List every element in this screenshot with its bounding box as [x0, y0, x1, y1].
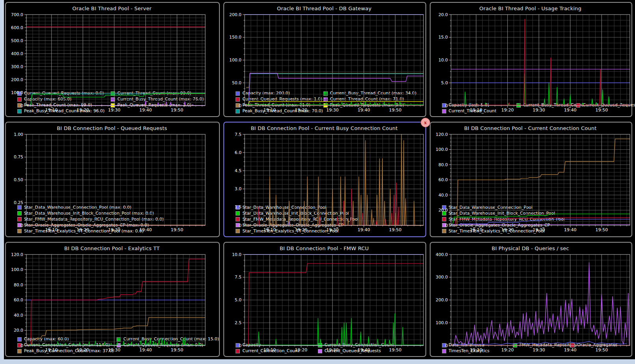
svg-text:19:50: 19:50: [389, 227, 402, 232]
svg-text:2.5: 2.5: [235, 320, 241, 325]
svg-text:0: 0: [20, 223, 23, 228]
chart-title: BI DB Connection Pool - Current Connecti…: [433, 124, 628, 132]
svg-text:19:20: 19:20: [501, 227, 514, 232]
svg-text:19:30: 19:30: [108, 108, 121, 113]
chart-panel-physical-db-queries[interactable]: BI Physical DB - Queries / sec 0100.0200…: [430, 242, 632, 357]
svg-text:200.0: 200.0: [11, 77, 23, 82]
svg-text:100.0: 100.0: [11, 267, 23, 272]
svg-text:19:20: 19:20: [295, 108, 308, 113]
svg-text:20.0: 20.0: [438, 13, 448, 17]
svg-text:0.75: 0.75: [14, 155, 23, 160]
svg-text:40.0: 40.0: [14, 312, 23, 318]
svg-text:5.0: 5.0: [235, 297, 241, 303]
svg-text:19:30: 19:30: [327, 347, 339, 352]
svg-text:19:30: 19:30: [533, 227, 545, 232]
chart-title: BI Physical DB - Queries / sec: [433, 244, 628, 253]
svg-text:19:20: 19:20: [501, 347, 514, 352]
svg-text:300.0: 300.0: [436, 275, 448, 280]
chart-plot-area: 0100.0200.0300.0400.0500.0600.0700.019:1…: [8, 13, 216, 89]
svg-text:19:20: 19:20: [77, 227, 89, 232]
svg-text:400.0: 400.0: [11, 51, 23, 56]
svg-text:50.0: 50.0: [232, 80, 241, 85]
svg-text:0: 0: [239, 343, 242, 348]
svg-text:400.0: 400.0: [436, 253, 448, 257]
svg-text:19:40: 19:40: [358, 347, 370, 352]
chart-panel-connpool-fmw-rcu[interactable]: BI DB Connection Pool - FMW RCU 02.55.07…: [223, 242, 426, 357]
close-icon[interactable]: x: [421, 118, 430, 127]
chart-plot-area: 0100.0200.0300.0400.019:1019:2019:3019:4…: [433, 253, 628, 341]
svg-text:0: 0: [445, 103, 448, 108]
svg-text:19:40: 19:40: [358, 108, 370, 113]
svg-text:300.0: 300.0: [11, 64, 23, 69]
svg-text:19:50: 19:50: [389, 347, 402, 352]
svg-text:19:50: 19:50: [389, 108, 402, 113]
svg-text:19:20: 19:20: [77, 108, 89, 113]
svg-text:19:20: 19:20: [77, 347, 89, 352]
svg-text:7.5: 7.5: [235, 132, 241, 137]
chart-title: BI DB Connection Pool - Queued Requests: [8, 124, 216, 132]
svg-text:19:50: 19:50: [171, 227, 183, 232]
svg-text:19:10: 19:10: [264, 347, 276, 352]
chart-canvas: 05.010.015.020.019:1019:2019:3019:4019:5…: [433, 13, 633, 113]
svg-text:19:40: 19:40: [139, 227, 152, 232]
svg-text:0: 0: [239, 223, 242, 228]
svg-text:80.0: 80.0: [14, 282, 23, 287]
chart-canvas: 02.55.07.510.019:1019:2019:3019:4019:50: [226, 253, 426, 353]
chart-panel-threadpool-server[interactable]: Oracle BI Thread Pool - Server 0100.0200…: [5, 2, 220, 117]
svg-text:19:50: 19:50: [595, 227, 608, 232]
chart-panel-connpool-current-connection[interactable]: BI DB Connection Pool - Current Connecti…: [430, 122, 632, 237]
chart-panel-connpool-exalytics-tt[interactable]: BI DB Connection Pool - Exalytics TT 020…: [5, 242, 220, 357]
chart-canvas: 0100.0200.0300.0400.019:1019:2019:3019:4…: [433, 253, 633, 353]
chart-canvas: 020.040.060.080.0100.0120.019:1019:2019:…: [433, 132, 633, 232]
svg-text:19:20: 19:20: [501, 108, 514, 113]
svg-text:20.0: 20.0: [438, 208, 448, 213]
chart-panel-threadpool-db-gateway[interactable]: Oracle BI Thread Pool - DB Gateway 050.0…: [223, 2, 426, 117]
svg-text:19:10: 19:10: [470, 347, 483, 352]
svg-text:19:40: 19:40: [564, 347, 577, 352]
svg-text:100.0: 100.0: [229, 58, 241, 63]
svg-text:10.0: 10.0: [438, 58, 448, 63]
svg-text:19:40: 19:40: [564, 227, 577, 232]
svg-text:100.0: 100.0: [436, 320, 448, 325]
svg-text:0.50: 0.50: [14, 177, 23, 182]
chart-panel-connpool-current-busy[interactable]: x BI DB Connection Pool - Current Busy C…: [223, 122, 426, 237]
chart-panel-threadpool-usage-tracking[interactable]: Oracle BI Thread Pool - Usage Tracking 0…: [430, 2, 632, 117]
svg-text:0: 0: [239, 103, 242, 108]
svg-text:19:50: 19:50: [171, 347, 183, 352]
chart-title: Oracle BI Thread Pool - DB Gateway: [226, 4, 422, 13]
svg-text:19:40: 19:40: [564, 108, 577, 113]
svg-text:600.0: 600.0: [11, 25, 23, 30]
svg-text:200.0: 200.0: [436, 297, 448, 303]
svg-text:40.0: 40.0: [438, 193, 448, 198]
svg-text:500.0: 500.0: [11, 38, 23, 43]
svg-text:60.0: 60.0: [438, 177, 448, 182]
chart-plot-area: 01.53.04.56.07.519:1019:2019:3019:4019:5…: [226, 132, 422, 203]
svg-text:80.0: 80.0: [438, 162, 448, 167]
chart-plot-area: 05.010.015.020.019:1019:2019:3019:4019:5…: [433, 13, 628, 101]
svg-text:19:30: 19:30: [327, 108, 339, 113]
chart-canvas: 00.250.500.751.0019:1019:2019:3019:4019:…: [8, 132, 208, 232]
svg-text:19:10: 19:10: [470, 227, 483, 232]
chart-panel-connpool-queued-requests[interactable]: BI DB Connection Pool - Queued Requests …: [5, 122, 220, 237]
svg-text:700.0: 700.0: [11, 13, 23, 17]
svg-text:0: 0: [20, 343, 23, 348]
svg-text:19:10: 19:10: [45, 227, 58, 232]
svg-text:19:40: 19:40: [139, 347, 152, 352]
svg-text:150.0: 150.0: [229, 35, 241, 40]
svg-text:4.5: 4.5: [235, 168, 241, 173]
svg-text:10.0: 10.0: [232, 253, 241, 257]
svg-text:19:30: 19:30: [108, 227, 121, 232]
svg-text:200.0: 200.0: [229, 13, 241, 17]
svg-text:0.25: 0.25: [14, 200, 23, 205]
metrics-dashboard: Oracle BI Thread Pool - Server 0100.0200…: [4, 0, 635, 359]
chart-canvas: 050.0100.0150.0200.019:1019:2019:3019:40…: [226, 13, 426, 113]
chart-title: BI DB Connection Pool - Exalytics TT: [8, 244, 216, 253]
svg-text:100.0: 100.0: [436, 147, 448, 152]
svg-text:19:20: 19:20: [295, 347, 308, 352]
svg-text:19:30: 19:30: [533, 108, 545, 113]
svg-text:6.0: 6.0: [235, 150, 241, 155]
svg-text:120.0: 120.0: [11, 253, 23, 257]
svg-text:100.0: 100.0: [11, 90, 23, 95]
svg-text:15.0: 15.0: [438, 35, 448, 40]
svg-text:19:30: 19:30: [108, 347, 121, 352]
